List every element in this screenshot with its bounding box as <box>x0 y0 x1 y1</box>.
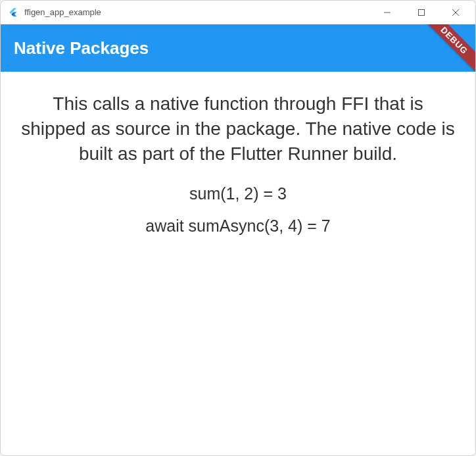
description-text: This calls a native function through FFI… <box>20 91 456 166</box>
debug-banner: DEBUG <box>416 24 475 72</box>
appbar: Native Packages DEBUG <box>1 24 475 72</box>
body-content: This calls a native function through FFI… <box>1 72 475 455</box>
flutter-icon <box>7 7 19 18</box>
titlebar: ffigen_app_example <box>1 1 475 24</box>
appbar-title: Native Packages <box>14 38 149 59</box>
app-window: ffigen_app_example Native Packages DEBUG… <box>0 0 476 456</box>
window-title: ffigen_app_example <box>24 7 370 17</box>
svg-rect-0 <box>419 9 425 15</box>
minimize-button[interactable] <box>370 1 404 24</box>
window-controls <box>370 1 473 24</box>
close-button[interactable] <box>439 1 473 24</box>
maximize-button[interactable] <box>404 1 439 24</box>
sum-async-result-text: await sumAsync(3, 4) = 7 <box>20 216 456 236</box>
sum-result-text: sum(1, 2) = 3 <box>20 184 456 203</box>
